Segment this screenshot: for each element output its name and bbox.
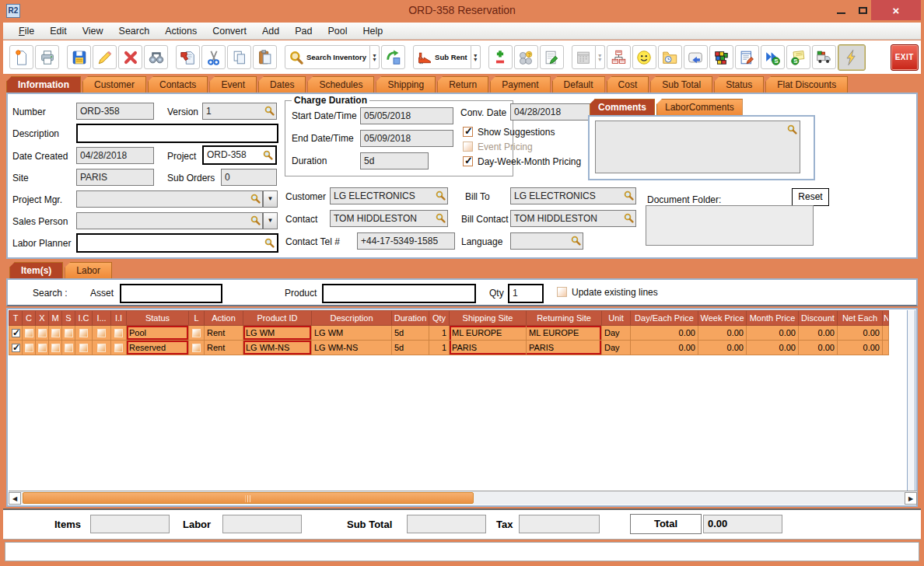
cell-unit[interactable]: Day [602,341,631,355]
tab-return[interactable]: Return [437,76,488,93]
print-button[interactable] [35,45,59,69]
customer-lookup-icon[interactable] [436,190,446,201]
idots-checkbox[interactable] [97,329,106,337]
cell-x[interactable] [36,326,49,341]
horizontal-scroll-thumb[interactable] [23,492,474,504]
menu-pad[interactable]: Pad [287,24,320,38]
ic-checkbox[interactable] [79,329,88,337]
sales-person-lookup-icon[interactable] [250,215,261,225]
bill-contact-lookup-icon[interactable] [624,213,634,223]
cell-shipping-site[interactable]: ML EUROPE [450,326,527,341]
maximize-button[interactable] [852,0,873,20]
s-checkbox[interactable] [65,344,73,352]
cell-returning-site[interactable]: PARIS [527,341,602,355]
cell-c[interactable] [23,326,36,341]
tab-flat-discounts[interactable]: Flat Discounts [765,76,848,93]
project-lookup-icon[interactable] [263,150,273,160]
cell-status[interactable]: Reserved [127,341,189,355]
cell-s[interactable] [62,326,75,341]
dwm-pricing-checkbox[interactable] [463,156,473,166]
comments-lookup-icon[interactable] [787,124,797,138]
tab-comments[interactable]: Comments [590,99,655,115]
menu-pool[interactable]: Pool [320,24,355,38]
order-structure-button[interactable] [607,45,631,69]
cell-product-id[interactable]: LG WM [243,326,312,341]
tab-status[interactable]: Status [714,76,764,93]
cell-action[interactable]: Rent [205,326,243,341]
tab-sub-total[interactable]: Sub Total [650,76,712,93]
smiley-button[interactable] [632,45,656,69]
cell-idots[interactable] [93,341,111,355]
comments-textarea[interactable] [595,121,800,173]
menu-file[interactable]: File [11,24,42,38]
delete-button[interactable] [118,45,142,69]
cell-net-each[interactable]: 0.00 [838,341,883,355]
menu-actions[interactable]: Actions [157,24,205,38]
cell-description[interactable]: LG WM [312,326,392,341]
tab-information[interactable]: Information [6,76,81,93]
cell-l[interactable] [189,341,205,355]
cell-discount[interactable]: 0.00 [799,341,838,355]
cell-unit[interactable]: Day [602,326,631,341]
edit-button[interactable] [93,45,117,69]
cell-t[interactable] [9,341,23,355]
quick-invoice-button[interactable]: S [761,45,785,69]
document-edit-button[interactable] [735,45,759,69]
cell-day-each-price[interactable]: 0.00 [631,341,698,355]
ii-checkbox[interactable] [114,329,123,337]
cell-ii[interactable] [111,326,127,341]
cell-duration[interactable]: 5d [392,326,429,341]
menu-view[interactable]: View [75,24,111,38]
delivery-button[interactable] [812,45,836,69]
transfer-order-button[interactable] [176,45,200,69]
cell-s[interactable] [62,341,75,355]
save-button[interactable] [67,45,91,69]
cell-week-price[interactable]: 0.00 [698,326,747,341]
bill-to-lookup-icon[interactable] [624,190,634,201]
copy-button[interactable] [227,45,251,69]
sub-rent-button[interactable]: Sub Rent [413,45,471,69]
find-button[interactable] [144,45,168,69]
cell-qty[interactable]: 1 [429,326,450,341]
tab-shipping[interactable]: Shipping [376,76,436,93]
menu-convert[interactable]: Convert [205,24,254,38]
cell-idots[interactable] [93,326,111,341]
close-button[interactable]: × [871,0,921,20]
cell-qty[interactable]: 1 [429,341,450,355]
cell-week-price[interactable]: 0.00 [698,341,747,355]
convert-button[interactable] [381,45,405,69]
m-checkbox[interactable] [51,329,60,337]
l-checkbox[interactable] [192,344,201,352]
m-checkbox[interactable] [51,344,60,352]
folder-history-button[interactable] [658,45,682,69]
tab-contacts[interactable]: Contacts [148,76,208,93]
tab-cost[interactable]: Cost [607,76,649,93]
idots-checkbox[interactable] [97,344,106,352]
menu-help[interactable]: Help [355,24,391,38]
asset-input[interactable] [120,284,222,303]
project-field[interactable]: ORD-358 [202,145,277,165]
labor-planner-lookup-icon[interactable] [264,238,275,248]
x-checkbox[interactable] [38,344,47,352]
cell-l[interactable] [189,326,205,341]
availability-blocks-button[interactable] [709,45,733,69]
cell-ic[interactable] [75,341,93,355]
paste-button[interactable] [253,45,277,69]
tab-labor[interactable]: Labor [65,262,112,278]
cell-t[interactable] [9,326,23,341]
contact-lookup-icon[interactable] [436,213,446,223]
cell-m[interactable] [49,341,62,355]
cell-discount[interactable]: 0.00 [799,326,838,341]
l-checkbox[interactable] [192,329,201,337]
pool-button[interactable]: ? [514,45,538,69]
scroll-left-button[interactable]: ◀ [9,492,21,505]
project-mgr-lookup-icon[interactable] [250,194,261,204]
tab-event[interactable]: Event [209,76,257,93]
c-checkbox[interactable] [25,344,33,352]
ic-checkbox[interactable] [79,344,88,352]
search-inventory-dropdown[interactable]: ▾▾ [370,45,380,69]
cell-month-price[interactable]: 0.00 [747,326,799,341]
show-suggestions-checkbox[interactable] [463,127,473,137]
product-input[interactable] [322,284,476,303]
s-checkbox[interactable] [65,329,73,337]
